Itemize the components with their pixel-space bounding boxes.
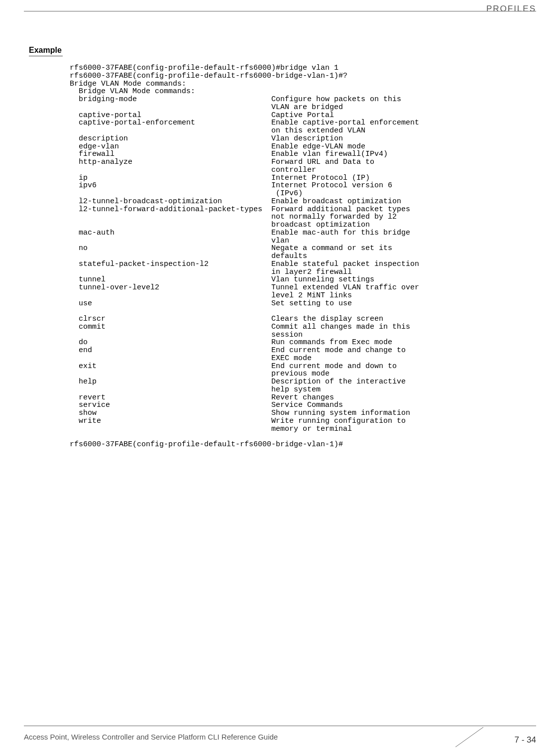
top-rule xyxy=(24,11,536,11)
header-category: PROFILES xyxy=(486,4,536,14)
svg-line-0 xyxy=(455,727,483,747)
page-corner-graphic xyxy=(455,727,500,747)
footer-rule xyxy=(24,726,536,726)
page-number: 7 - 34 xyxy=(515,735,536,745)
section-heading: Example xyxy=(29,46,63,56)
cli-output: rfs6000-37FABE(config-profile-default-rf… xyxy=(70,64,419,449)
footer-title: Access Point, Wireless Controller and Se… xyxy=(24,733,278,741)
